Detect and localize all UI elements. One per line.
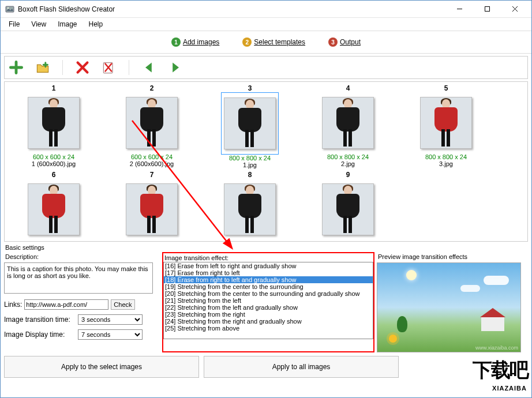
- thumbnail-item[interactable]: 3800 x 800 x 241.jpg: [201, 84, 299, 168]
- step-add-images[interactable]: 1 Add images: [171, 37, 219, 47]
- thumbnail-number: 6: [5, 171, 103, 179]
- thumbnail-number: 2: [103, 84, 201, 92]
- svg-rect-3: [485, 7, 489, 12]
- effect-option[interactable]: [20] Stretching from the center to the s…: [164, 290, 373, 297]
- thumbnail-item[interactable]: 5800 x 800 x 243.jpg: [397, 84, 495, 168]
- effect-option[interactable]: [17] Erase from right to left: [164, 269, 373, 276]
- close-button[interactable]: [506, 2, 523, 16]
- effect-option[interactable]: [16] Erase from left to right and gradua…: [164, 262, 373, 269]
- thumbnail-item[interactable]: 9: [299, 171, 397, 240]
- menu-help[interactable]: Help: [84, 19, 108, 29]
- thumbnail-image: [126, 97, 178, 149]
- step-label-1: Add images: [183, 38, 219, 46]
- thumbnail-number: 3: [201, 84, 299, 92]
- basic-settings-label: Basic settings: [5, 244, 528, 251]
- thumbnail-item[interactable]: 8: [201, 171, 299, 240]
- thumbnail-panel[interactable]: 1600 x 600 x 241 (600x600).jpg2600 x 600…: [4, 81, 528, 242]
- add-image-button[interactable]: [9, 61, 23, 74]
- thumbnail-image: [28, 97, 80, 149]
- app-icon: [5, 5, 14, 14]
- thumbnail-dims: 800 x 800 x 24: [201, 155, 299, 162]
- thumbnail-number: 8: [201, 171, 299, 179]
- thumbnail-filename: 1.jpg: [201, 162, 299, 168]
- thumbnail-number: 5: [397, 84, 495, 92]
- thumbnail-number: 9: [299, 171, 397, 179]
- thumbnail-number: 7: [103, 171, 201, 179]
- menubar: File View Image Help: [1, 18, 531, 31]
- transition-time-label: Image transition time:: [4, 316, 76, 324]
- preview-label: Preview image transition effects: [378, 253, 522, 260]
- preview-panel: Preview image transition effects www.xia…: [377, 252, 522, 352]
- thumbnail-filename: 3.jpg: [397, 160, 495, 167]
- toolbar: [4, 56, 528, 79]
- effect-listbox[interactable]: [16] Erase from left to right and gradua…: [163, 262, 373, 339]
- display-time-label: Image Display time:: [4, 331, 76, 339]
- thumbnail-number: 4: [299, 84, 397, 92]
- step-select-templates[interactable]: 2 Select templates: [242, 37, 305, 47]
- effect-option[interactable]: [21] Stretching from the left: [164, 297, 373, 304]
- effect-option[interactable]: [22] Stretching from the left and gradua…: [164, 304, 373, 311]
- effect-list-label: Image transition effect:: [164, 254, 372, 261]
- thumbnail-image: [224, 97, 276, 149]
- thumbnail-image: [322, 183, 374, 235]
- menu-image[interactable]: Image: [53, 19, 81, 29]
- step-badge-3: 3: [328, 37, 338, 47]
- effect-option[interactable]: [25] Stretching from above: [164, 325, 373, 332]
- window-controls: [451, 2, 527, 16]
- effect-option[interactable]: [23] Stretching from the right: [164, 311, 373, 318]
- thumbnail-item[interactable]: 1600 x 600 x 241 (600x600).jpg: [5, 84, 103, 168]
- thumbnail-item[interactable]: 2600 x 600 x 242 (600x600).jpg: [103, 84, 201, 168]
- apply-row: Apply to the select images Apply to all …: [4, 356, 528, 378]
- step-badge-1: 1: [171, 37, 181, 47]
- thumbnail-number: 1: [5, 84, 103, 92]
- step-output[interactable]: 3 Output: [328, 37, 361, 47]
- thumbnail-filename: 2 (600x600).jpg: [103, 160, 201, 167]
- settings-area: Basic settings Description: This is a ca…: [4, 244, 528, 352]
- step-badge-2: 2: [242, 37, 252, 47]
- step-bar: 1 Add images 2 Select templates 3 Output: [1, 31, 531, 54]
- description-textarea[interactable]: This is a caption for this photo. You ma…: [4, 262, 153, 294]
- thumbnail-filename: 2.jpg: [299, 160, 397, 167]
- thumbnail-item[interactable]: 4800 x 800 x 242.jpg: [299, 84, 397, 168]
- menu-file[interactable]: File: [4, 19, 24, 29]
- thumbnail-filename: 1 (600x600).jpg: [5, 160, 103, 167]
- thumbnail-image: [420, 97, 472, 149]
- thumbnail-image: [224, 183, 276, 235]
- next-button[interactable]: [168, 61, 182, 74]
- display-time-select[interactable]: 7 seconds: [78, 329, 143, 340]
- transition-time-select[interactable]: 3 seconds: [78, 314, 143, 325]
- apply-all-button[interactable]: Apply to all images: [204, 356, 399, 378]
- thumbnail-dims: 600 x 600 x 24: [5, 153, 103, 160]
- watermark-sub: XIAZAIBA: [492, 385, 527, 392]
- thumbnail-image: [322, 97, 374, 149]
- thumbnail-dims: 600 x 600 x 24: [103, 153, 201, 160]
- left-settings: Description: This is a caption for this …: [4, 252, 160, 352]
- minimize-button[interactable]: [451, 2, 468, 16]
- toolbar-separator-2: [129, 60, 129, 75]
- clear-all-button[interactable]: [102, 61, 116, 74]
- step-label-3: Output: [340, 38, 361, 46]
- window-title: Boxoft Flash Slideshow Creator: [18, 5, 451, 13]
- thumbnail-dims: 800 x 800 x 24: [299, 153, 397, 160]
- preview-image: www.xiazaiba.com: [377, 262, 521, 352]
- effect-option[interactable]: [18] Erase from right to left and gradua…: [164, 276, 373, 283]
- transition-effect-panel: Image transition effect: [16] Erase from…: [162, 252, 374, 352]
- check-button[interactable]: Check: [111, 299, 134, 310]
- add-folder-button[interactable]: [36, 61, 50, 74]
- thumbnail-image: [126, 183, 178, 235]
- effect-option[interactable]: [24] Stretching from the right and gradu…: [164, 318, 373, 325]
- thumbnail-image: [28, 183, 80, 235]
- effect-option[interactable]: [19] Stretching from the center to the s…: [164, 283, 373, 290]
- menu-view[interactable]: View: [27, 19, 51, 29]
- svg-rect-0: [6, 6, 14, 12]
- links-input[interactable]: [24, 299, 108, 310]
- prev-button[interactable]: [142, 61, 156, 74]
- maximize-button[interactable]: [478, 2, 496, 16]
- thumbnail-item[interactable]: 6: [5, 171, 103, 240]
- thumbnail-item[interactable]: 7: [103, 171, 201, 240]
- delete-button[interactable]: [76, 61, 89, 74]
- apply-select-button[interactable]: Apply to the select images: [4, 356, 199, 378]
- thumbnail-dims: 800 x 800 x 24: [397, 153, 495, 160]
- description-label: Description:: [5, 253, 160, 260]
- titlebar: Boxoft Flash Slideshow Creator: [1, 1, 531, 18]
